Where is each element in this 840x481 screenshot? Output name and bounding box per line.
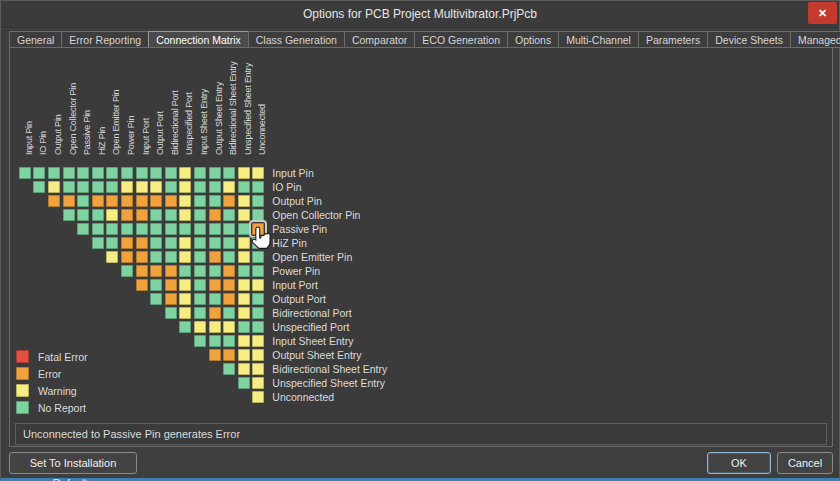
matrix-cell[interactable] (223, 363, 235, 375)
matrix-cell[interactable] (179, 279, 191, 291)
matrix-cell[interactable] (165, 223, 177, 235)
tab-device-sheets[interactable]: Device Sheets (707, 31, 790, 48)
matrix-cell[interactable] (165, 167, 177, 179)
matrix-cell[interactable] (223, 251, 235, 263)
matrix-cell[interactable] (223, 349, 235, 361)
tab-eco-generation[interactable]: ECO Generation (414, 31, 507, 48)
matrix-cell[interactable] (179, 265, 191, 277)
matrix-cell[interactable] (136, 279, 148, 291)
matrix-cell[interactable] (209, 237, 221, 249)
matrix-cell[interactable] (238, 377, 250, 389)
matrix-cell[interactable] (252, 167, 264, 179)
matrix-cell[interactable] (238, 279, 250, 291)
matrix-cell[interactable] (179, 237, 191, 249)
matrix-cell[interactable] (136, 251, 148, 263)
matrix-cell[interactable] (136, 223, 148, 235)
matrix-cell[interactable] (238, 321, 250, 333)
matrix-cell[interactable] (179, 209, 191, 221)
matrix-cell[interactable] (209, 195, 221, 207)
matrix-cell[interactable] (194, 321, 206, 333)
matrix-cell[interactable] (165, 195, 177, 207)
matrix-cell[interactable] (33, 167, 45, 179)
matrix-cell[interactable] (223, 279, 235, 291)
matrix-cell[interactable] (63, 195, 75, 207)
matrix-cell[interactable] (136, 167, 148, 179)
matrix-cell[interactable] (194, 181, 206, 193)
matrix-cell[interactable] (238, 223, 250, 235)
matrix-cell[interactable] (92, 195, 104, 207)
matrix-cell[interactable] (223, 223, 235, 235)
ok-button[interactable]: OK (707, 452, 771, 474)
matrix-cell[interactable] (223, 195, 235, 207)
matrix-cell[interactable] (121, 251, 133, 263)
matrix-cell[interactable] (194, 307, 206, 319)
close-icon[interactable]: ✕ (808, 2, 837, 24)
matrix-cell[interactable] (194, 195, 206, 207)
matrix-cell[interactable] (252, 391, 264, 403)
matrix-cell[interactable] (223, 335, 235, 347)
matrix-cell[interactable] (165, 307, 177, 319)
matrix-cell[interactable] (223, 209, 235, 221)
matrix-cell[interactable] (121, 237, 133, 249)
matrix-cell[interactable] (121, 209, 133, 221)
cancel-button[interactable]: Cancel (777, 452, 833, 474)
matrix-cell[interactable] (209, 223, 221, 235)
matrix-cell[interactable] (77, 223, 89, 235)
matrix-cell[interactable] (209, 349, 221, 361)
matrix-cell[interactable] (194, 209, 206, 221)
matrix-cell[interactable] (106, 195, 118, 207)
matrix-cell[interactable] (165, 209, 177, 221)
matrix-cell[interactable] (223, 321, 235, 333)
matrix-cell[interactable] (194, 251, 206, 263)
matrix-cell[interactable] (209, 209, 221, 221)
matrix-cell[interactable] (252, 335, 264, 347)
matrix-cell[interactable] (150, 237, 162, 249)
matrix-cell[interactable] (252, 195, 264, 207)
matrix-cell[interactable] (33, 181, 45, 193)
matrix-cell[interactable] (77, 195, 89, 207)
matrix-cell[interactable] (92, 223, 104, 235)
matrix-cell[interactable] (179, 195, 191, 207)
matrix-cell[interactable] (223, 181, 235, 193)
matrix-cell[interactable] (165, 265, 177, 277)
matrix-cell[interactable] (194, 167, 206, 179)
tab-connection-matrix[interactable]: Connection Matrix (148, 31, 248, 48)
tab-general[interactable]: General (9, 31, 61, 48)
matrix-cell[interactable] (194, 335, 206, 347)
set-to-installation-defaults-button[interactable]: Set To Installation Defaults (9, 452, 137, 474)
matrix-cell[interactable] (179, 321, 191, 333)
matrix-cell[interactable] (19, 167, 31, 179)
matrix-cell[interactable] (121, 195, 133, 207)
matrix-cell[interactable] (252, 279, 264, 291)
matrix-cell[interactable] (150, 209, 162, 221)
matrix-cell[interactable] (136, 265, 148, 277)
tab-error-reporting[interactable]: Error Reporting (61, 31, 148, 48)
matrix-cell[interactable] (209, 293, 221, 305)
matrix-cell[interactable] (238, 195, 250, 207)
matrix-cell[interactable] (179, 181, 191, 193)
matrix-cell[interactable] (223, 265, 235, 277)
matrix-cell[interactable] (209, 265, 221, 277)
matrix-cell[interactable] (238, 293, 250, 305)
matrix-cell[interactable] (252, 377, 264, 389)
matrix-cell[interactable] (63, 181, 75, 193)
matrix-cell[interactable] (252, 181, 264, 193)
matrix-cell[interactable] (150, 293, 162, 305)
matrix-cell[interactable] (106, 167, 118, 179)
matrix-cell[interactable] (252, 293, 264, 305)
matrix-cell[interactable] (136, 209, 148, 221)
tab-multi-channel[interactable]: Multi-Channel (558, 31, 638, 48)
matrix-cell[interactable] (106, 209, 118, 221)
matrix-cell[interactable] (92, 209, 104, 221)
matrix-cell[interactable] (238, 335, 250, 347)
matrix-cell[interactable] (238, 251, 250, 263)
matrix-cell[interactable] (238, 265, 250, 277)
matrix-cell[interactable] (238, 209, 250, 221)
matrix-cell[interactable] (63, 209, 75, 221)
matrix-cell[interactable] (165, 251, 177, 263)
matrix-cell[interactable] (106, 181, 118, 193)
matrix-cell[interactable] (92, 237, 104, 249)
matrix-cell[interactable] (150, 195, 162, 207)
matrix-cell[interactable] (63, 167, 75, 179)
tab-managed-outputjobs[interactable]: Managed OutputJobs (790, 31, 840, 48)
